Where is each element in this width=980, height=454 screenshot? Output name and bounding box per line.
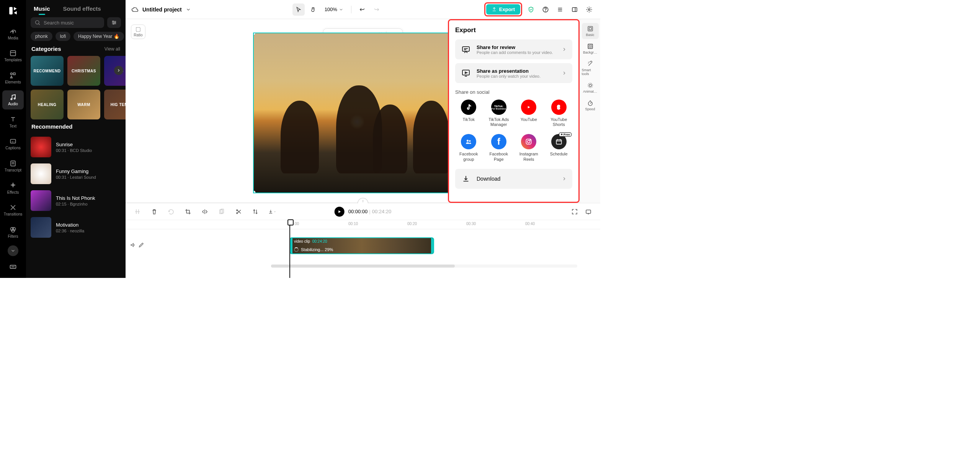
clip-handle-right[interactable] — [431, 238, 433, 253]
retry-tool[interactable] — [167, 207, 175, 216]
play-button[interactable] — [335, 207, 345, 217]
track-title: Sunrise — [56, 142, 92, 147]
app-logo[interactable] — [6, 4, 20, 18]
view-all-link[interactable]: View all — [105, 46, 120, 52]
resize-handle[interactable] — [253, 33, 256, 35]
cut-tool[interactable] — [234, 207, 243, 216]
social-fb-page[interactable]: f Facebook Page — [485, 134, 513, 162]
redo-button[interactable] — [371, 3, 383, 16]
export-button[interactable]: Export — [486, 4, 520, 15]
tab-sound-effects[interactable]: Sound effects — [63, 5, 101, 12]
svg-rect-0 — [9, 7, 13, 15]
resize-handle[interactable] — [253, 191, 256, 193]
timeline-scrollbar[interactable] — [271, 265, 577, 268]
copy-tool[interactable] — [217, 207, 226, 216]
fullscreen-icon[interactable] — [570, 207, 579, 216]
cloud-save-icon[interactable] — [131, 6, 139, 13]
split-tool[interactable] — [133, 207, 142, 216]
download-button[interactable]: Download — [455, 169, 572, 189]
chip-lofi[interactable]: lofi — [56, 32, 70, 41]
rail-audio[interactable]: Audio — [2, 90, 24, 109]
svg-rect-4 — [13, 73, 15, 75]
social-youtube[interactable]: YouTube — [515, 100, 542, 127]
chevron-down-icon[interactable] — [186, 7, 191, 12]
search-input[interactable]: Search music — [31, 17, 104, 28]
rail-elements[interactable]: Elements — [2, 69, 24, 88]
mirror-tool[interactable] — [201, 207, 209, 216]
track-item[interactable]: Motivation 02:36 · neozilla — [31, 214, 121, 241]
cat-scroll-right[interactable] — [114, 66, 123, 75]
help-icon[interactable] — [540, 4, 551, 15]
left-rail: Media Templates Elements Audio Text Capt… — [0, 0, 26, 278]
ratio-button[interactable]: Ratio — [131, 24, 145, 39]
social-youtube-shorts[interactable]: YouTube Shorts — [546, 100, 573, 127]
rail-filters[interactable]: Filters — [2, 222, 24, 242]
rail-transitions[interactable]: Transitions — [2, 201, 24, 220]
chip-happy-new-year[interactable]: Happy New Year 🔥 — [74, 32, 124, 41]
rail-effects[interactable]: Effects — [2, 178, 24, 198]
pointer-tool[interactable] — [292, 3, 305, 16]
svg-rect-33 — [572, 7, 577, 11]
svg-point-29 — [546, 11, 546, 11]
rail-transcript[interactable]: Transcript — [2, 157, 24, 176]
track-edit-icon[interactable] — [138, 242, 144, 250]
fit-icon[interactable] — [584, 207, 593, 216]
track-item[interactable]: Sunrise 00:31 · BCD Studio — [31, 134, 121, 160]
rr-speed[interactable]: Speed — [582, 97, 599, 113]
freeze-tool[interactable] — [251, 207, 260, 216]
track-item[interactable]: Funny Gaming 00:31 · Lestari Sound — [31, 160, 121, 187]
shield-icon[interactable] — [525, 4, 537, 15]
svg-point-70 — [530, 140, 531, 140]
cat-high-temp[interactable]: HIG TEMP — [104, 90, 126, 119]
track-item[interactable]: This Is Not Phonk 02:15 · Bgnzinho — [31, 187, 121, 214]
svg-point-53 — [237, 212, 238, 214]
cat-warm[interactable]: WARM — [67, 90, 100, 119]
svg-line-55 — [238, 211, 241, 214]
hand-tool[interactable] — [307, 3, 319, 16]
layers-icon[interactable] — [554, 4, 566, 15]
filter-button[interactable] — [107, 17, 121, 28]
clip-handle-left[interactable] — [290, 238, 292, 253]
video-preview[interactable] — [253, 33, 473, 193]
delete-tool[interactable] — [150, 207, 158, 216]
svg-point-20 — [36, 21, 39, 24]
free-badge: ✦Free — [559, 132, 572, 137]
svg-line-21 — [39, 24, 40, 25]
social-schedule[interactable]: ✦Free Schedule — [546, 134, 573, 162]
rr-background[interactable]: Backgr… — [582, 41, 599, 57]
social-fb-group[interactable]: Facebook group — [455, 134, 482, 162]
rr-smart-tools[interactable]: Smart tools — [582, 58, 599, 78]
svg-rect-71 — [556, 140, 561, 144]
playhead[interactable] — [289, 220, 290, 278]
chip-phonk[interactable]: phonk — [31, 32, 52, 41]
rail-more[interactable] — [8, 245, 18, 256]
cat-recommend[interactable]: RECOMMEND — [31, 56, 64, 86]
social-tiktok[interactable]: TikTok — [455, 100, 482, 127]
rail-captions[interactable]: Captions — [2, 134, 24, 154]
keyboard-icon[interactable] — [2, 258, 24, 277]
stage-expand-handle[interactable] — [358, 198, 368, 203]
project-name[interactable]: Untitled project — [142, 7, 182, 13]
rail-templates[interactable]: Templates — [2, 46, 24, 65]
share-as-presentation[interactable]: Share as presentation People can only wa… — [455, 63, 572, 83]
tab-music[interactable]: Music — [34, 5, 50, 12]
cat-christmas[interactable]: CHRISTMAS — [67, 56, 100, 86]
panel-toggle-icon[interactable] — [569, 4, 580, 15]
zoom-level[interactable]: 100% — [325, 7, 343, 12]
timeline-ruler[interactable]: 00:00 00:10 00:20 00:30 00:40 — [126, 220, 600, 229]
social-tiktok-ads[interactable]: TikTok:For Business TikTok Ads Manager — [485, 100, 513, 127]
crop-tool[interactable] — [184, 207, 192, 216]
undo-button[interactable] — [356, 3, 368, 16]
rr-basic[interactable]: Basic — [582, 23, 599, 39]
social-instagram-reels[interactable]: Instagram Reels — [515, 134, 542, 162]
svg-point-27 — [113, 23, 114, 24]
cat-healing[interactable]: HEALING — [31, 90, 64, 119]
settings-icon[interactable] — [583, 4, 595, 15]
rr-animation[interactable]: Animat… — [582, 80, 599, 96]
download-tool[interactable] — [268, 207, 276, 216]
rail-media[interactable]: Media — [2, 24, 24, 44]
rail-text[interactable]: Text — [2, 113, 24, 132]
video-clip[interactable]: video clip00:24:20 Stabilizing... 29% — [289, 237, 434, 254]
share-for-review[interactable]: Share for review People can add comments… — [455, 39, 572, 59]
track-audio-icon[interactable] — [130, 242, 136, 250]
